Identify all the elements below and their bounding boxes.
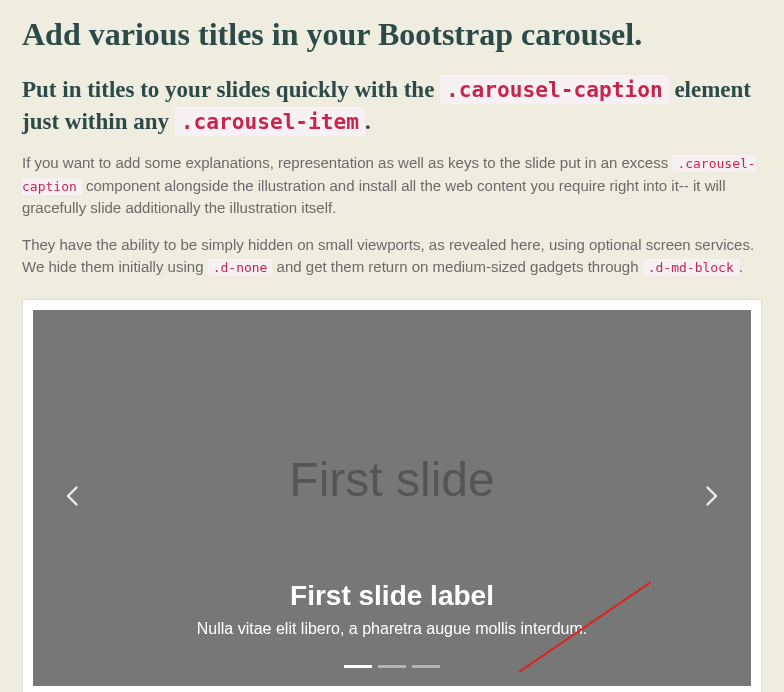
page-title: Add various titles in your Bootstrap car…: [22, 14, 762, 54]
caption-text: Nulla vitae elit libero, a pharetra augu…: [33, 620, 751, 638]
caption-title: First slide label: [33, 580, 751, 612]
code-carousel-item: .carousel-item: [175, 107, 365, 136]
p2-text-c: .: [739, 258, 743, 275]
p1-text-a: If you want to add some explanations, re…: [22, 154, 672, 171]
slide-placeholder-text: First slide: [289, 452, 494, 507]
carousel-indicator-3[interactable]: [412, 665, 440, 668]
carousel-example-container: First slide First slide label Nulla vita…: [22, 299, 762, 692]
carousel: First slide First slide label Nulla vita…: [33, 310, 751, 686]
p2-text-b: and get them return on medium-sized gadg…: [272, 258, 642, 275]
code-d-none: .d-none: [208, 259, 273, 276]
carousel-prev-button[interactable]: [53, 486, 93, 510]
paragraph-2: They have the ability to be simply hidde…: [22, 234, 762, 279]
subheading-text-3: .: [365, 109, 371, 134]
p1-text-b: component alongside the illustration and…: [22, 177, 725, 217]
carousel-indicator-2[interactable]: [378, 665, 406, 668]
carousel-indicators: [344, 665, 440, 668]
code-carousel-caption: .carousel-caption: [440, 75, 669, 104]
subheading-text-1: Put in titles to your slides quickly wit…: [22, 77, 440, 102]
subheading: Put in titles to your slides quickly wit…: [22, 74, 762, 138]
carousel-caption: First slide label Nulla vitae elit liber…: [33, 580, 751, 638]
chevron-right-icon: [701, 486, 721, 506]
carousel-next-button[interactable]: [691, 486, 731, 510]
code-d-md-block: .d-md-block: [643, 259, 739, 276]
carousel-indicator-1[interactable]: [344, 665, 372, 668]
chevron-left-icon: [63, 486, 83, 506]
paragraph-1: If you want to add some explanations, re…: [22, 152, 762, 220]
